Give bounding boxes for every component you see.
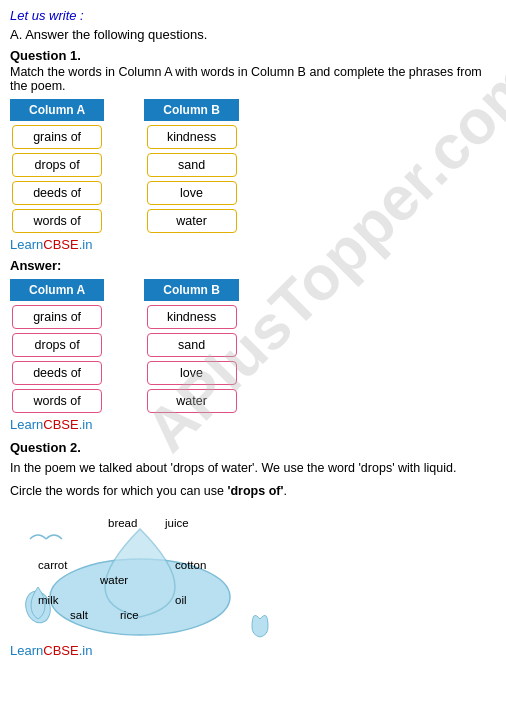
learncbse-2: LearnCBSE.in [10, 417, 496, 432]
header-title: Let us write : [10, 8, 496, 23]
col-a-item-2: drops of [12, 153, 102, 177]
col-a-header: Column A [10, 99, 104, 121]
word-carrot: carrot [38, 559, 67, 571]
col-b-item-4: water [147, 209, 237, 233]
ans-col-b-item-3: love [147, 361, 237, 385]
question2-title: Question 2. [10, 440, 496, 455]
col-b-header: Column B [144, 99, 239, 121]
question2-text2: Circle the words for which you can use '… [10, 482, 496, 501]
water-drop-svg [20, 509, 300, 639]
answer-label: Answer: [10, 258, 496, 273]
learncbse-3: LearnCBSE.in [10, 643, 496, 658]
learncbse-1: LearnCBSE.in [10, 237, 496, 252]
col-b-item-2: sand [147, 153, 237, 177]
ans-col-b-block: Column B kindness sand love water [144, 279, 239, 413]
col-b-item-3: love [147, 181, 237, 205]
col-a-item-1: grains of [12, 125, 102, 149]
word-bread: bread [108, 517, 137, 529]
ans-col-a-item-4: words of [12, 389, 102, 413]
word-oil: oil [175, 594, 187, 606]
question1-title: Question 1. [10, 48, 496, 63]
ans-col-b-item-2: sand [147, 333, 237, 357]
ans-col-a-item-3: deeds of [12, 361, 102, 385]
section-a-label: A. Answer the following questions. [10, 27, 496, 42]
question1-text: Match the words in Column A with words i… [10, 65, 496, 93]
question1-columns: Column A grains of drops of deeds of wor… [10, 99, 496, 233]
ans-col-b-item-4: water [147, 389, 237, 413]
word-cotton: cotton [175, 559, 206, 571]
col-a-item-4: words of [12, 209, 102, 233]
word-salt: salt [70, 609, 88, 621]
ans-col-b-item-1: kindness [147, 305, 237, 329]
word-milk: milk [38, 594, 58, 606]
ans-col-a-item-2: drops of [12, 333, 102, 357]
question2-text1: In the poem we talked about 'drops of wa… [10, 459, 496, 478]
col-a-block: Column A grains of drops of deeds of wor… [10, 99, 104, 233]
answer-columns: Column A grains of drops of deeds of wor… [10, 279, 496, 413]
col-b-block: Column B kindness sand love water [144, 99, 239, 233]
water-drop-area: bread juice carrot water cotton milk sal… [20, 509, 320, 639]
ans-col-a-block: Column A grains of drops of deeds of wor… [10, 279, 104, 413]
ans-col-b-header: Column B [144, 279, 239, 301]
word-water: water [100, 574, 128, 586]
ans-col-a-item-1: grains of [12, 305, 102, 329]
ans-col-a-header: Column A [10, 279, 104, 301]
word-rice: rice [120, 609, 139, 621]
word-juice: juice [165, 517, 189, 529]
col-b-item-1: kindness [147, 125, 237, 149]
col-a-item-3: deeds of [12, 181, 102, 205]
